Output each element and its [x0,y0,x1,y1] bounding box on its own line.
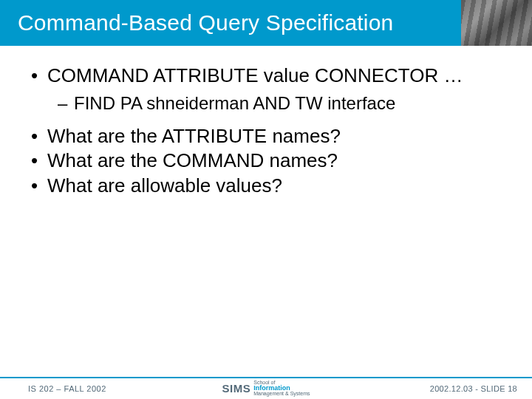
bullet-text: What are the ATTRIBUTE names? [47,124,510,149]
bullet-level1: • What are the ATTRIBUTE names? [31,124,510,149]
header-photo [461,0,532,46]
bullet-level2: – FIND PA shneiderman AND TW interface [31,92,510,115]
bullet-text: What are allowable values? [47,174,510,198]
slide-body: • COMMAND ATTRIBUTE value CONNECTOR … – … [31,64,510,198]
slide: Command-Based Query Specification • COMM… [0,0,532,399]
footer-left: IS 202 – FALL 2002 [28,384,106,393]
footer: IS 202 – FALL 2002 SIMS School of Inform… [0,374,532,399]
footer-right: 2002.12.03 - SLIDE 18 [430,384,517,393]
footer-stripe [0,377,532,378]
bullet-dot-icon: • [31,64,47,88]
bullet-dot-icon: • [31,174,47,198]
bullet-text: FIND PA shneiderman AND TW interface [74,92,510,115]
bullet-dot-icon: • [31,149,47,173]
bullet-dot-icon: • [31,124,47,149]
bullet-level1: • COMMAND ATTRIBUTE value CONNECTOR … [31,64,510,88]
title-bar: Command-Based Query Specification [0,0,532,46]
logo-line3: Management & Systems [253,391,310,396]
bullet-text: What are the COMMAND names? [47,149,510,173]
slide-title: Command-Based Query Specification [18,10,394,35]
logo-stack: School of Information Management & Syste… [253,380,310,396]
footer-logo: SIMS School of Information Management & … [222,380,310,396]
bullet-level1: • What are allowable values? [31,174,510,198]
bullet-dash-icon: – [58,92,74,115]
logo-brand: SIMS [222,382,251,395]
bullet-level1: • What are the COMMAND names? [31,149,510,173]
bullet-text: COMMAND ATTRIBUTE value CONNECTOR … [47,64,510,88]
